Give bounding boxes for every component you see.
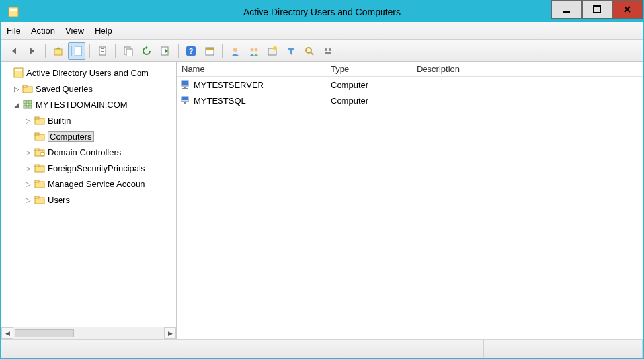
svg-rect-34: [24, 100, 27, 104]
up-button[interactable]: [50, 42, 67, 60]
toolbar-separator: [115, 44, 116, 58]
statusbar: [1, 339, 643, 358]
minimize-button[interactable]: [551, 0, 582, 19]
list-header: Name Type Description: [177, 62, 643, 77]
menu-help[interactable]: Help: [95, 26, 112, 36]
svg-rect-12: [101, 51, 104, 52]
back-button[interactable]: [5, 42, 22, 60]
scroll-right-icon[interactable]: ▶: [164, 327, 176, 339]
user-icon[interactable]: [227, 42, 244, 60]
toolbar-separator: [178, 44, 179, 58]
help-icon[interactable]: ?: [182, 42, 200, 60]
titlebar: Active Directory Users and Computers: [1, 1, 643, 22]
tree-label: Computers: [48, 131, 94, 142]
ou-icon: [34, 147, 45, 157]
close-button[interactable]: [612, 0, 643, 19]
scroll-thumb[interactable]: [15, 329, 74, 337]
svg-line-26: [311, 52, 313, 55]
list-panel: Name Type Description MYTESTSERVER Compu…: [177, 62, 643, 339]
status-pane: [484, 340, 563, 358]
domain-icon: [22, 99, 33, 110]
tree-panel: Active Directory Users and Com ▷ Saved Q…: [1, 62, 177, 339]
status-pane: [1, 340, 484, 358]
svg-point-44: [40, 152, 44, 156]
expand-icon[interactable]: ▷: [24, 147, 33, 157]
toolbar-separator: [222, 44, 223, 58]
tree-label: Managed Service Accoun: [48, 179, 145, 189]
svg-rect-53: [184, 87, 186, 88]
filter-icon[interactable]: [282, 42, 300, 60]
maximize-button[interactable]: [582, 0, 612, 19]
list-body[interactable]: MYTESTSERVER Computer MYTESTSQL Computer: [177, 77, 643, 339]
expand-icon[interactable]: ▷: [24, 163, 33, 173]
show-hide-tree-button[interactable]: [68, 42, 85, 60]
svg-rect-46: [35, 165, 39, 167]
tree-label: Builtin: [48, 116, 71, 126]
tree-computers[interactable]: Computers: [1, 128, 176, 144]
tree-domain[interactable]: ◢ MYTESTDOMAIN.COM: [1, 97, 176, 112]
svg-rect-39: [35, 117, 39, 119]
tree-root-label: Active Directory Users and Com: [26, 68, 149, 78]
tree-saved-queries[interactable]: ▷ Saved Queries: [1, 81, 176, 97]
column-type[interactable]: Type: [325, 62, 411, 76]
expand-icon[interactable]: ▷: [24, 195, 33, 204]
tree-label: Domain Controllers: [48, 147, 121, 157]
list-cell-type: Computer: [325, 96, 411, 106]
new-object-icon[interactable]: [264, 42, 281, 60]
expand-icon[interactable]: ▷: [12, 84, 21, 93]
tree-root[interactable]: Active Directory Users and Com: [1, 65, 176, 81]
export-icon[interactable]: [157, 42, 174, 60]
scroll-left-icon[interactable]: ◀: [1, 327, 13, 339]
group-icon[interactable]: [245, 42, 262, 60]
toolbar: ?: [1, 40, 643, 62]
svg-rect-19: [206, 48, 214, 50]
folder-icon: [22, 83, 33, 94]
folder-icon: [34, 131, 45, 141]
tree-view[interactable]: Active Directory Users and Com ▷ Saved Q…: [1, 62, 176, 327]
blank-expander: [3, 68, 12, 77]
refresh-icon[interactable]: [138, 42, 155, 60]
folder-icon: [34, 115, 45, 126]
svg-point-20: [233, 48, 237, 52]
status-pane: [563, 340, 643, 358]
svg-rect-3: [594, 6, 600, 13]
menu-file[interactable]: File: [7, 26, 20, 36]
calendar-icon[interactable]: [201, 42, 218, 60]
svg-text:?: ?: [189, 47, 194, 55]
list-row[interactable]: MYTESTSQL Computer: [177, 93, 643, 108]
svg-point-28: [329, 48, 331, 51]
menu-action[interactable]: Action: [31, 26, 55, 36]
expand-icon[interactable]: ▷: [24, 179, 33, 188]
collapse-icon[interactable]: ◢: [12, 100, 21, 109]
tree-label: MYTESTDOMAIN.COM: [36, 100, 128, 110]
tree-builtin[interactable]: ▷ Builtin: [1, 112, 176, 128]
svg-rect-35: [28, 100, 32, 104]
folder-icon: [34, 179, 45, 189]
cut-icon[interactable]: [94, 42, 111, 60]
tree-fsp[interactable]: ▷ ForeignSecurityPrincipals: [1, 160, 176, 176]
tree-domain-controllers[interactable]: ▷ Domain Controllers: [1, 144, 176, 160]
svg-point-27: [325, 48, 327, 51]
tree-label: Saved Queries: [36, 84, 93, 94]
add-criteria-icon[interactable]: [319, 42, 337, 60]
list-row[interactable]: MYTESTSERVER Computer: [177, 77, 643, 93]
tree-label: Users: [48, 195, 70, 205]
menu-view[interactable]: View: [65, 26, 84, 36]
scroll-track[interactable]: [13, 327, 164, 339]
expand-icon[interactable]: ▷: [24, 116, 33, 125]
forward-button[interactable]: [24, 42, 41, 60]
app-icon: [8, 7, 19, 17]
tree-horizontal-scrollbar[interactable]: ◀ ▶: [1, 327, 176, 339]
find-icon[interactable]: [301, 42, 318, 60]
tree-users[interactable]: ▷ Users: [1, 192, 176, 208]
properties-icon[interactable]: [120, 42, 137, 60]
column-name[interactable]: Name: [177, 62, 325, 76]
list-cell-name: MYTESTSQL: [194, 96, 246, 106]
window: Active Directory Users and Computers Fil…: [0, 0, 644, 359]
svg-rect-57: [184, 102, 186, 104]
tree-msa[interactable]: ▷ Managed Service Accoun: [1, 176, 176, 192]
column-description[interactable]: Description: [411, 62, 543, 76]
svg-rect-14: [126, 49, 132, 56]
svg-rect-50: [35, 196, 39, 198]
window-title: Active Directory Users and Computers: [243, 7, 401, 17]
